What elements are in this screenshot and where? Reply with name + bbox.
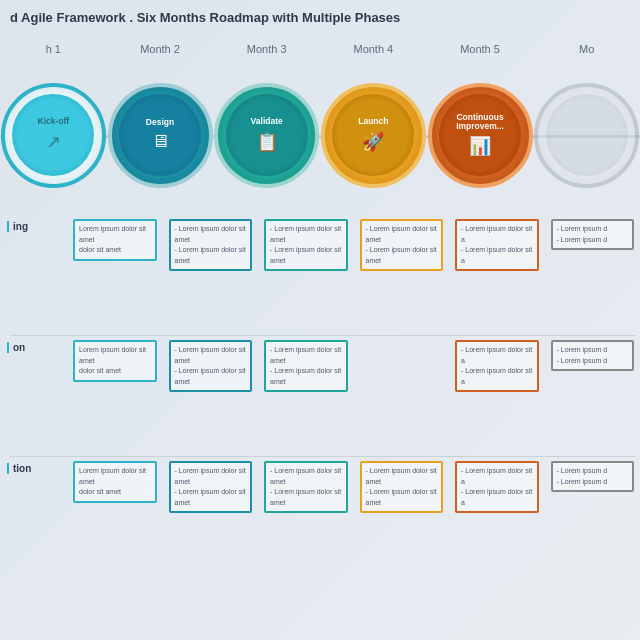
circle-inner-launch: Launch 🚀 [332,94,414,176]
kickoff-icon: ↗ [46,131,61,153]
section-label-col-0: ing [5,215,67,335]
circle-inner-validate: Validate 📋 [226,94,308,176]
validate-icon: 📋 [256,131,278,153]
cell-0-0: Lorem ipsum dolor sit ametdolor sit amet [67,215,163,335]
cell-text-1-4: - Lorem ipsum dolor sit a- Lorem ipsum d… [461,345,533,387]
section-label-bracket-0: ing [7,221,67,232]
cell-text-2-4: - Lorem ipsum dolor sit a- Lorem ipsum d… [461,466,533,508]
phase-name-validate: Validate [247,117,287,126]
cell-box-2-4: - Lorem ipsum dolor sit a- Lorem ipsum d… [455,461,539,513]
phase-continuous: ContinuousImprovem... 📊 [427,83,534,188]
cell-box-1-0: Lorem ipsum dolor sit ametdolor sit amet [73,340,157,382]
circle-outer-month6 [534,83,639,188]
phase-name-design: Design [142,118,178,127]
cell-text-2-1: - Lorem ipsum dolor sit amet- Lorem ipsu… [175,466,247,508]
cell-text-1-1: - Lorem ipsum dolor sit amet- Lorem ipsu… [175,345,247,387]
cell-text-2-0: Lorem ipsum dolor sit ametdolor sit amet [79,466,151,498]
phase-kickoff: Kick-off ↗ [0,83,107,188]
section-label-col-1: on [5,336,67,456]
cell-box-0-3: - Lorem ipsum dolor sit amet- Lorem ipsu… [360,219,444,271]
section-label-text-0: ing [13,221,67,232]
cell-1-3 [354,336,450,456]
cell-text-1-0: Lorem ipsum dolor sit ametdolor sit amet [79,345,151,377]
cell-text-2-5: - Lorem ipsum d- Lorem ipsum d [557,466,629,487]
cell-box-0-0: Lorem ipsum dolor sit ametdolor sit amet [73,219,157,261]
launch-icon: 🚀 [362,131,384,153]
section-label-bracket-2: tion [7,463,67,474]
cell-0-1: - Lorem ipsum dolor sit amet- Lorem ipsu… [163,215,259,335]
circles-row: Kick-off ↗ Design 🖥 Validate 📋 [0,55,640,215]
cell-box-2-2: - Lorem ipsum dolor sit amet- Lorem ipsu… [264,461,348,513]
phase-name-launch: Launch [354,117,392,126]
cell-box-0-4: - Lorem ipsum dolor sit a- Lorem ipsum d… [455,219,539,271]
section-cells-2: Lorem ipsum dolor sit ametdolor sit amet… [67,457,640,577]
circle-outer-kickoff: Kick-off ↗ [1,83,106,188]
cell-text-0-0: Lorem ipsum dolor sit ametdolor sit amet [79,224,151,256]
cell-1-5: - Lorem ipsum d- Lorem ipsum d [545,336,641,456]
section-label-bracket-1: on [7,342,67,353]
cell-text-0-2: - Lorem ipsum dolor sit amet- Lorem ipsu… [270,224,342,266]
cell-text-0-3: - Lorem ipsum dolor sit amet- Lorem ipsu… [366,224,438,266]
section-label-text-2: tion [13,463,67,474]
cell-box-2-0: Lorem ipsum dolor sit ametdolor sit amet [73,461,157,503]
cell-2-4: - Lorem ipsum dolor sit a- Lorem ipsum d… [449,457,545,577]
cell-box-2-5: - Lorem ipsum d- Lorem ipsum d [551,461,635,492]
cell-box-0-5: - Lorem ipsum d- Lorem ipsum d [551,219,635,250]
cell-2-1: - Lorem ipsum dolor sit amet- Lorem ipsu… [163,457,259,577]
cell-1-1: - Lorem ipsum dolor sit amet- Lorem ipsu… [163,336,259,456]
cell-0-2: - Lorem ipsum dolor sit amet- Lorem ipsu… [258,215,354,335]
cell-box-1-5: - Lorem ipsum d- Lorem ipsum d [551,340,635,371]
circle-inner-design: Design 🖥 [119,94,201,176]
cell-text-2-2: - Lorem ipsum dolor sit amet- Lorem ipsu… [270,466,342,508]
circle-outer-validate: Validate 📋 [214,83,319,188]
cell-1-4: - Lorem ipsum dolor sit a- Lorem ipsum d… [449,336,545,456]
cell-box-2-1: - Lorem ipsum dolor sit amet- Lorem ipsu… [169,461,253,513]
cell-box-1-1: - Lorem ipsum dolor sit amet- Lorem ipsu… [169,340,253,392]
page-title: d Agile Framework . Six Months Roadmap w… [10,10,400,25]
cell-text-2-3: - Lorem ipsum dolor sit amet- Lorem ipsu… [366,466,438,508]
cell-box-1-2: - Lorem ipsum dolor sit amet- Lorem ipsu… [264,340,348,392]
section-row-1: on Lorem ipsum dolor sit ametdolor sit a… [5,336,640,456]
section-label-text-1: on [13,342,67,353]
phase-name-kickoff: Kick-off [34,117,74,126]
circle-outer-launch: Launch 🚀 [321,83,426,188]
continuous-icon: 📊 [469,135,491,157]
cell-1-0: Lorem ipsum dolor sit ametdolor sit amet [67,336,163,456]
circle-outer-continuous: ContinuousImprovem... 📊 [428,83,533,188]
circle-outer-design: Design 🖥 [108,83,213,188]
cell-2-5: - Lorem ipsum d- Lorem ipsum d [545,457,641,577]
cell-text-1-5: - Lorem ipsum d- Lorem ipsum d [557,345,629,366]
cell-0-3: - Lorem ipsum dolor sit amet- Lorem ipsu… [354,215,450,335]
circle-inner-kickoff: Kick-off ↗ [12,94,94,176]
design-icon: 🖥 [151,131,169,152]
phase-month6 [533,83,640,188]
section-cells-1: Lorem ipsum dolor sit ametdolor sit amet… [67,336,640,456]
cell-text-0-5: - Lorem ipsum d- Lorem ipsum d [557,224,629,245]
section-label-col-2: tion [5,457,67,577]
content-area: ing Lorem ipsum dolor sit ametdolor sit … [5,215,640,630]
phase-validate: Validate 📋 [213,83,320,188]
phase-launch: Launch 🚀 [320,83,427,188]
cell-2-3: - Lorem ipsum dolor sit amet- Lorem ipsu… [354,457,450,577]
phase-name-continuous: ContinuousImprovem... [452,113,508,132]
cell-box-1-4: - Lorem ipsum dolor sit a- Lorem ipsum d… [455,340,539,392]
cell-2-2: - Lorem ipsum dolor sit amet- Lorem ipsu… [258,457,354,577]
cell-1-2: - Lorem ipsum dolor sit amet- Lorem ipsu… [258,336,354,456]
cell-0-4: - Lorem ipsum dolor sit a- Lorem ipsum d… [449,215,545,335]
cell-text-0-1: - Lorem ipsum dolor sit amet- Lorem ipsu… [175,224,247,266]
section-row-2: tion Lorem ipsum dolor sit ametdolor sit… [5,457,640,577]
cell-text-1-2: - Lorem ipsum dolor sit amet- Lorem ipsu… [270,345,342,387]
cell-2-0: Lorem ipsum dolor sit ametdolor sit amet [67,457,163,577]
phase-design: Design 🖥 [107,83,214,188]
cell-box-0-2: - Lorem ipsum dolor sit amet- Lorem ipsu… [264,219,348,271]
cell-box-2-3: - Lorem ipsum dolor sit amet- Lorem ipsu… [360,461,444,513]
circle-inner-continuous: ContinuousImprovem... 📊 [439,94,521,176]
section-row-0: ing Lorem ipsum dolor sit ametdolor sit … [5,215,640,335]
cell-0-5: - Lorem ipsum d- Lorem ipsum d [545,215,641,335]
cell-box-0-1: - Lorem ipsum dolor sit amet- Lorem ipsu… [169,219,253,271]
section-cells-0: Lorem ipsum dolor sit ametdolor sit amet… [67,215,640,335]
cell-text-0-4: - Lorem ipsum dolor sit a- Lorem ipsum d… [461,224,533,266]
